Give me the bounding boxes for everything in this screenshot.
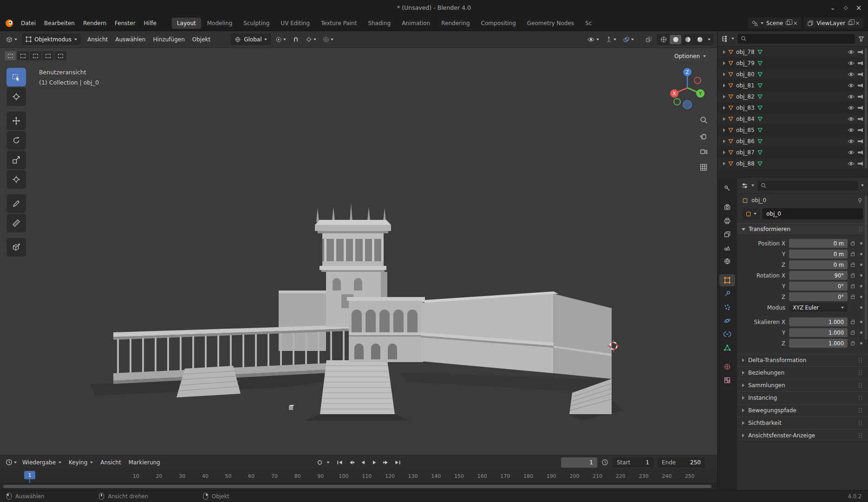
drag-handle-icon[interactable]	[858, 433, 863, 438]
tool-annotate-button[interactable]	[7, 194, 26, 213]
options-button[interactable]: Optionen	[670, 51, 711, 61]
minimize-button[interactable]	[826, 2, 839, 14]
tab-modifiers[interactable]	[719, 288, 735, 300]
select-mode-intersect-button[interactable]	[55, 51, 66, 60]
expand-arrow-icon[interactable]	[723, 50, 725, 54]
render-visibility-camera-icon[interactable]	[857, 150, 863, 155]
tab-world[interactable]	[719, 255, 735, 267]
render-visibility-camera-icon[interactable]	[857, 72, 863, 77]
timeline-scrollbar[interactable]	[0, 483, 717, 490]
maximize-button[interactable]	[839, 2, 852, 14]
snap-magnet-toggle[interactable]	[291, 35, 301, 44]
outliner-row[interactable]: obj_82	[718, 91, 868, 102]
previous-keyframe-button[interactable]	[346, 457, 357, 468]
close-button[interactable]	[852, 2, 865, 14]
lock-icon[interactable]	[851, 343, 855, 345]
properties-scrollbar[interactable]	[865, 196, 867, 340]
expand-arrow-icon[interactable]	[723, 117, 725, 121]
timeline-ruler[interactable]: 1020304050607080901001101201301401501601…	[0, 469, 717, 483]
animate-dot-icon[interactable]	[860, 321, 862, 323]
lock-icon[interactable]	[851, 296, 855, 299]
outliner-row[interactable]: obj_79	[718, 58, 868, 69]
play-reverse-button[interactable]	[358, 457, 368, 468]
object-name[interactable]: obj_87	[736, 149, 755, 156]
transform-value-field[interactable]: 0°	[789, 292, 848, 301]
animate-dot-icon[interactable]	[860, 285, 862, 287]
expand-arrow-icon[interactable]	[723, 106, 725, 110]
current-frame-field[interactable]: 1	[561, 457, 597, 468]
tool-rotate-button[interactable]	[7, 131, 26, 150]
viewport-menu-item[interactable]: Ansicht	[84, 34, 111, 45]
viewport-menu-item[interactable]: Hinzufügen	[149, 34, 188, 45]
lock-icon[interactable]	[851, 243, 855, 245]
lock-icon[interactable]	[851, 264, 855, 267]
outliner-editor-icon[interactable]	[721, 35, 728, 42]
render-visibility-camera-icon[interactable]	[857, 139, 863, 144]
overlays-dropdown[interactable]	[621, 35, 636, 44]
properties-search-input[interactable]	[769, 182, 855, 189]
workspace-tab[interactable]: Shading	[363, 18, 396, 29]
new-viewlayer-icon[interactable]	[848, 21, 852, 25]
proportional-editing-toggle[interactable]	[321, 35, 335, 44]
outliner-row[interactable]: obj_86	[718, 136, 868, 147]
tab-output[interactable]	[719, 215, 735, 227]
snap-target-dropdown[interactable]	[304, 35, 318, 44]
object-name[interactable]: obj_86	[736, 138, 755, 145]
menu-item[interactable]: Fenster	[111, 18, 140, 28]
tab-render[interactable]	[719, 201, 735, 213]
visibility-eye-icon[interactable]	[848, 128, 855, 132]
shading-solid-button[interactable]	[670, 35, 681, 44]
outliner-row[interactable]: obj_80	[718, 69, 868, 80]
drag-handle-icon[interactable]	[858, 395, 863, 401]
tab-view-layer[interactable]	[719, 228, 735, 240]
zoom-icon[interactable]	[699, 116, 708, 124]
tab-tool[interactable]	[719, 182, 735, 194]
frame-end-field[interactable]: Ende 250	[658, 457, 705, 468]
drag-handle-icon[interactable]	[858, 357, 863, 363]
transform-value-field[interactable]: 0°	[789, 282, 848, 291]
render-visibility-camera-icon[interactable]	[857, 94, 863, 99]
collapsed-panel-header[interactable]: Sichtbarkeit	[737, 416, 868, 429]
pan-hand-icon[interactable]	[699, 132, 708, 140]
auto-keying-toggle[interactable]	[314, 457, 325, 468]
shading-wireframe-button[interactable]	[658, 35, 669, 44]
workspace-tab[interactable]: Animation	[397, 18, 435, 29]
lock-icon[interactable]	[851, 321, 855, 324]
rotation-mode-dropdown[interactable]: XYZ Euler	[789, 303, 848, 312]
render-visibility-camera-icon[interactable]	[857, 61, 863, 66]
navigation-gizmo[interactable]: Z X Y	[665, 66, 710, 110]
blender-logo-icon[interactable]	[5, 19, 14, 28]
shading-material-button[interactable]	[682, 35, 693, 44]
drag-handle-icon[interactable]	[858, 370, 863, 376]
visibility-eye-icon[interactable]	[848, 161, 855, 166]
tab-object-data[interactable]	[719, 342, 735, 354]
expand-arrow-icon[interactable]	[723, 84, 725, 87]
timeline-menu-item[interactable]: Markierung	[125, 457, 164, 468]
tab-physics[interactable]	[719, 315, 735, 327]
outliner-row[interactable]: obj_85	[718, 125, 868, 136]
outliner-row[interactable]: obj_81	[718, 80, 868, 91]
workspace-tab[interactable]: Texture Paint	[316, 18, 362, 29]
visibility-eye-icon[interactable]	[848, 83, 855, 88]
unlink-scene-icon[interactable]	[793, 20, 798, 26]
menu-item[interactable]: Bearbeiten	[40, 18, 79, 28]
timeline-menu-item[interactable]: Keying	[65, 457, 97, 468]
jump-to-end-button[interactable]	[392, 457, 403, 468]
transform-value-field[interactable]: 90°	[789, 271, 848, 280]
pivot-point-dropdown[interactable]	[274, 35, 288, 44]
select-mode-new-button[interactable]	[5, 51, 16, 60]
properties-editor-icon[interactable]	[741, 182, 748, 189]
scene-selector[interactable]: Scene	[748, 18, 802, 29]
workspace-tab[interactable]: Layout	[172, 18, 201, 29]
workspace-tab[interactable]: Compositing	[476, 18, 521, 29]
visibility-eye-icon[interactable]	[848, 117, 855, 121]
animate-dot-icon[interactable]	[860, 264, 862, 266]
transform-orientation-dropdown[interactable]: Global	[231, 33, 271, 45]
timeline-editor-type-button[interactable]	[4, 457, 19, 467]
render-visibility-camera-icon[interactable]	[857, 117, 863, 121]
outliner-row[interactable]: obj_78	[718, 46, 868, 58]
tool-measure-button[interactable]	[7, 214, 26, 232]
tool-transform-button[interactable]	[7, 170, 26, 189]
gizmos-dropdown[interactable]	[604, 35, 618, 44]
expand-arrow-icon[interactable]	[723, 95, 725, 99]
